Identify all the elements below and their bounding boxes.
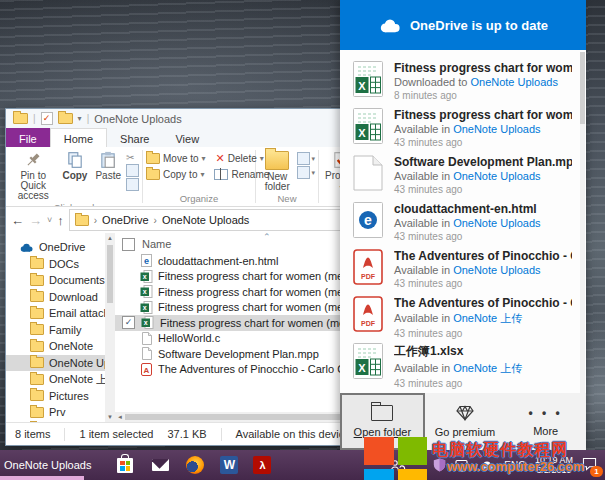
panel-scrollbar[interactable] (580, 52, 585, 393)
activity-location-link[interactable]: OneNote Uploads (453, 123, 540, 135)
quick-access-new-folder-icon[interactable] (58, 113, 73, 124)
action-center-button[interactable]: 1 (582, 457, 597, 473)
quick-access-customize-icon[interactable]: ▾ (78, 114, 82, 123)
activity-item[interactable]: X 工作簿1.xlsx Available in OneNote 上传 43 m… (340, 343, 586, 390)
onedrive-tray-icon[interactable] (479, 460, 495, 471)
copy-to-label: Copy to (163, 169, 197, 180)
back-button[interactable]: ← (11, 214, 24, 227)
scroll-up-icon[interactable]: ▲ (107, 235, 113, 241)
sort-ascending-icon[interactable]: ⌃ (263, 233, 271, 242)
folder-icon (30, 357, 44, 368)
nav-item-prv[interactable]: Prv (6, 404, 105, 421)
paste-button[interactable]: Paste (92, 150, 124, 182)
up-button[interactable]: ↑ (57, 214, 64, 227)
move-to-button[interactable]: Move to▾ (146, 150, 206, 166)
activity-text: Software Development Plan.mpp Available … (394, 155, 572, 195)
folder-icon (30, 308, 44, 319)
nav-label: OneDrive (39, 241, 85, 253)
copy-button[interactable]: Copy (59, 150, 90, 182)
activity-item[interactable]: X Fitness progress chart for women ... A… (340, 108, 586, 155)
forward-button[interactable]: → (29, 214, 42, 227)
nav-item-email-attachments[interactable]: Email attachments (6, 305, 105, 322)
status-selected-count: 1 item selected (79, 428, 167, 440)
row-checkbox-checked[interactable]: ✓ (122, 316, 135, 329)
clock-date: 3/2/2019 (535, 465, 573, 476)
column-header-name[interactable]: Name (142, 238, 171, 250)
new-folder-button[interactable]: New folder (259, 150, 295, 193)
pdf-file-icon: A (140, 363, 153, 376)
people-icon[interactable] (390, 459, 406, 472)
activity-location-link[interactable]: OneNote 上传 (453, 362, 522, 374)
nav-item-onedrive-root[interactable]: OneDrive (6, 239, 105, 256)
activity-item[interactable]: e cloudattachment-en.html Available in O… (340, 202, 586, 249)
copy-to-button[interactable]: Copy to▾ (146, 166, 204, 182)
scrollbar-thumb[interactable] (580, 52, 585, 124)
activity-title: The Adventures of Pinocchio - Car... (394, 249, 572, 263)
easy-access-icon[interactable] (297, 166, 310, 179)
new-item-icon[interactable] (297, 152, 310, 165)
activity-title: Software Development Plan.mpp (394, 155, 572, 169)
titlebar-separator: | (87, 113, 90, 124)
dropdown-icon: ▾ (200, 170, 204, 179)
nav-item-documents[interactable]: Documents (6, 272, 105, 289)
nav-item-family[interactable]: Family (6, 322, 105, 339)
activity-item[interactable]: PDF The Adventures of Pinocchio - Car...… (340, 249, 586, 296)
activity-location-link[interactable]: OneNote Uploads (453, 170, 540, 182)
go-premium-button[interactable]: Go premium (425, 393, 506, 450)
scroll-down-icon[interactable]: ▼ (107, 414, 113, 420)
quick-access-properties-icon[interactable]: ✓ (41, 112, 53, 125)
scrollbar-thumb[interactable] (107, 245, 113, 303)
activity-time: 43 minutes ago (394, 378, 522, 389)
cut-icon[interactable]: ✂ (126, 152, 139, 163)
activity-item[interactable]: PDF The Adventures of Pinocchio - Car...… (340, 296, 586, 343)
pin-to-quick-access-button[interactable]: Pin to Quick access (9, 150, 57, 202)
microsoft-store-icon[interactable] (115, 455, 135, 475)
taskbar-clock[interactable]: 10:19 AM 3/2/2019 (535, 455, 573, 476)
firefox-icon[interactable] (185, 455, 205, 475)
group-label-new: New (256, 193, 318, 206)
scroll-left-icon[interactable]: ◄ (117, 414, 123, 420)
tab-home[interactable]: Home (50, 128, 107, 147)
breadcrumb-onedrive[interactable]: OneDrive (102, 214, 148, 226)
nav-pane-scrollbar[interactable]: ▲ ▼ (105, 233, 115, 422)
mail-icon[interactable] (150, 455, 170, 475)
breadcrumb-onenote-uploads[interactable]: OneNote Uploads (162, 214, 249, 226)
nav-item-onenote-shangchuan[interactable]: OneNote 上传 (6, 371, 105, 388)
nav-item-pictures[interactable]: Pictures (6, 388, 105, 405)
generic-file-icon (140, 347, 153, 360)
acrobat-icon[interactable]: λ (253, 456, 271, 474)
copy-path-icon[interactable] (126, 164, 139, 177)
tray-chevron-up-icon[interactable]: ⌃ (415, 459, 424, 472)
nav-item-download[interactable]: Download (6, 289, 105, 306)
more-icon: • • • (529, 406, 563, 420)
nav-item-docs[interactable]: DOCs (6, 256, 105, 273)
word-icon[interactable]: W (220, 456, 238, 474)
folder-icon (30, 407, 44, 418)
nav-label: OneNote 上传 (49, 372, 105, 387)
language-indicator[interactable]: ENG (504, 460, 526, 471)
tab-file[interactable]: File (6, 128, 50, 147)
more-button[interactable]: • • • More (505, 393, 586, 450)
status-separator (221, 428, 222, 441)
defender-shield-icon[interactable] (433, 458, 446, 472)
nav-item-onenote[interactable]: OneNote (6, 338, 105, 355)
activity-location-link[interactable]: OneNote Uploads (453, 217, 540, 229)
recent-locations-icon[interactable]: ˅ (47, 214, 52, 227)
activity-location-link[interactable]: OneNote Uploads (470, 76, 557, 88)
network-icon[interactable] (455, 459, 470, 472)
location-folder-icon (75, 215, 89, 226)
activity-location-link[interactable]: OneNote Uploads (453, 264, 540, 276)
dropdown-icon: ▾ (311, 169, 315, 177)
tab-view[interactable]: View (162, 128, 212, 147)
svg-text:PDF: PDF (361, 320, 376, 327)
activity-location-link[interactable]: OneNote 上传 (453, 312, 522, 324)
activity-item[interactable]: X Fitness progress chart for women ... D… (340, 61, 586, 108)
tab-share[interactable]: Share (107, 128, 162, 147)
open-folder-button[interactable]: Open folder (340, 393, 425, 450)
nav-item-onenote-uploads[interactable]: OneNote Uploads (6, 355, 105, 372)
activity-item[interactable]: Software Development Plan.mpp Available … (340, 155, 586, 202)
notification-badge: 1 (590, 466, 603, 477)
select-all-checkbox[interactable] (122, 238, 135, 251)
paste-shortcut-icon[interactable] (126, 178, 139, 191)
svg-text:x: x (144, 320, 148, 327)
